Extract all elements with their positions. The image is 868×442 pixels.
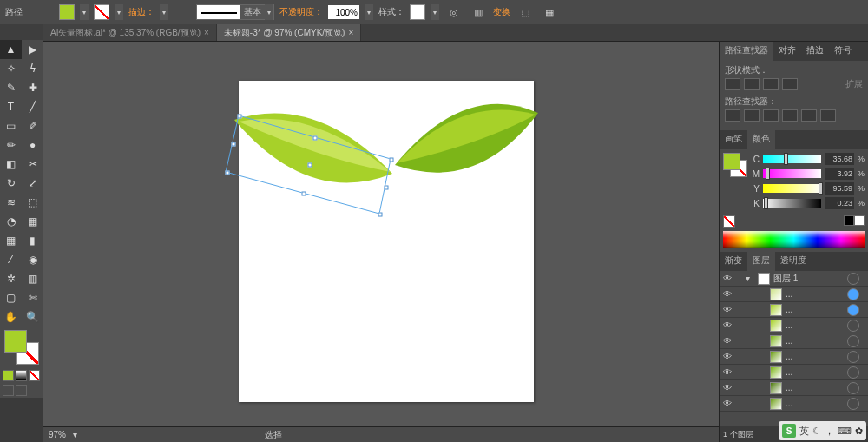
fill-color-swatch[interactable] — [59, 4, 75, 20]
layer-thumbnail[interactable] — [770, 351, 782, 363]
paintbrush-tool[interactable]: ✐ — [22, 116, 43, 135]
layer-thumbnail[interactable] — [770, 335, 782, 347]
channel-value[interactable]: 95.59 — [825, 182, 854, 195]
rectangle-tool[interactable]: ▭ — [0, 116, 22, 135]
width-tool[interactable]: ≋ — [0, 193, 22, 212]
target-icon[interactable] — [847, 288, 859, 300]
rotate-tool[interactable]: ↻ — [0, 174, 22, 193]
selection-handle[interactable] — [385, 186, 389, 190]
screen-mode-normal[interactable] — [3, 385, 14, 396]
eraser-tool[interactable]: ◧ — [0, 155, 22, 174]
selection-handle[interactable] — [308, 163, 312, 168]
gradient-mode-btn[interactable] — [16, 370, 27, 381]
close-icon[interactable]: × — [204, 28, 209, 37]
ime-comma-icon[interactable]: ， — [825, 425, 834, 438]
selection-handle[interactable] — [238, 115, 242, 119]
panel-tab[interactable]: 路径查找器 — [720, 42, 773, 61]
target-icon[interactable] — [847, 366, 859, 379]
magic-wand-tool[interactable]: ✧ — [0, 59, 22, 78]
opacity-input[interactable]: 100% — [328, 5, 359, 19]
type-tool[interactable]: T — [0, 97, 22, 116]
slider-thumb[interactable] — [764, 197, 768, 209]
layer-name[interactable]: 图层 1 — [773, 273, 844, 285]
symbol-sprayer-tool[interactable]: ✲ — [0, 269, 22, 288]
merge-icon[interactable] — [763, 109, 779, 122]
minus-back-icon[interactable] — [820, 109, 836, 122]
layer-name[interactable]: ... — [786, 336, 844, 346]
eyedropper-tool[interactable]: ⁄ — [0, 250, 22, 269]
hand-tool[interactable]: ✋ — [0, 307, 22, 327]
opacity-dropdown[interactable] — [365, 4, 373, 20]
blend-tool[interactable]: ◉ — [22, 250, 43, 269]
gradient-tab[interactable]: 渐变 — [720, 252, 747, 271]
channel-value[interactable]: 35.68 — [825, 153, 854, 165]
lasso-tool[interactable]: ϟ — [22, 59, 43, 78]
ime-settings-icon[interactable]: ✿ — [855, 426, 863, 437]
ime-moon-icon[interactable]: ☾ — [812, 426, 821, 437]
unite-icon[interactable] — [725, 78, 740, 90]
ime-bar[interactable]: S 英 ☾ ， ⌨ ✿ — [779, 421, 866, 440]
target-icon[interactable] — [847, 335, 859, 347]
layers-tab[interactable]: 图层 — [747, 252, 775, 271]
pencil-tool[interactable]: ✏ — [0, 135, 22, 155]
color-mode-btn[interactable] — [3, 370, 14, 381]
shape-builder-tool[interactable]: ◔ — [0, 212, 22, 231]
twirl-icon[interactable]: ▾ — [746, 274, 750, 283]
layer-name[interactable]: ... — [786, 289, 844, 299]
layer-row[interactable]: 👁... — [720, 287, 868, 302]
layer-thumbnail[interactable] — [770, 304, 782, 316]
visibility-icon[interactable]: 👁 — [720, 336, 735, 346]
fill-large-swatch[interactable] — [4, 330, 27, 353]
layer-row[interactable]: 👁... — [720, 365, 868, 380]
document-tab[interactable]: 未标题-3* @ 97% (CMYK/预览)× — [217, 24, 361, 41]
color-tab[interactable]: 颜色 — [747, 130, 775, 149]
color-slider[interactable] — [763, 184, 821, 193]
target-icon[interactable] — [847, 351, 859, 363]
expand-button[interactable]: 扩展 — [845, 78, 863, 90]
zoom-level[interactable]: 97% — [49, 430, 66, 439]
panel-tab[interactable]: 描边 — [801, 42, 829, 61]
layer-name[interactable]: ... — [786, 367, 844, 377]
arrange-icon[interactable]: ▦ — [540, 3, 559, 22]
align-icon[interactable]: ▥ — [469, 3, 488, 22]
mesh-tool[interactable]: ▦ — [0, 231, 22, 250]
none-swatch[interactable] — [723, 215, 735, 228]
transform-link[interactable]: 变换 — [493, 6, 510, 18]
layer-row[interactable]: 👁▾图层 1 — [720, 271, 868, 287]
transparency-tab[interactable]: 透明度 — [775, 252, 812, 271]
color-fill-swatch[interactable] — [723, 153, 740, 170]
layer-row[interactable]: 👁... — [720, 333, 868, 349]
isolate-icon[interactable]: ⬚ — [516, 3, 535, 22]
target-icon[interactable] — [847, 320, 859, 332]
selection-tool[interactable]: ▲ — [0, 40, 22, 59]
brush-dropdown-arrow[interactable] — [265, 4, 273, 20]
channel-value[interactable]: 0.23 — [825, 197, 854, 209]
target-icon[interactable] — [847, 382, 859, 394]
ime-mode[interactable]: 英 — [799, 425, 809, 438]
selection-handle[interactable] — [378, 213, 383, 217]
stroke-dropdown[interactable] — [115, 4, 123, 20]
visibility-icon[interactable]: 👁 — [720, 320, 735, 330]
target-icon[interactable] — [847, 304, 859, 316]
scale-tool[interactable]: ⤢ — [22, 174, 43, 193]
slider-thumb[interactable] — [784, 153, 788, 165]
crop-icon[interactable] — [782, 109, 798, 122]
selection-handle[interactable] — [313, 136, 318, 141]
stroke-weight-dropdown[interactable] — [160, 4, 168, 20]
pen-tool[interactable]: ✎ — [0, 78, 22, 97]
visibility-icon[interactable]: 👁 — [720, 383, 735, 393]
color-slider[interactable] — [763, 155, 821, 163]
minus-front-icon[interactable] — [744, 78, 760, 90]
opacity-label[interactable]: 不透明度： — [279, 6, 323, 18]
visibility-icon[interactable]: 👁 — [720, 399, 735, 408]
recolor-icon[interactable]: ◎ — [444, 3, 464, 22]
panel-tab[interactable]: 对齐 — [773, 42, 801, 61]
layer-name[interactable]: ... — [786, 320, 844, 330]
layer-thumbnail[interactable] — [770, 320, 782, 332]
outline-icon[interactable] — [801, 109, 817, 122]
scissors-tool[interactable]: ✂ — [22, 155, 43, 174]
layer-thumbnail[interactable] — [770, 288, 782, 300]
selection-handle[interactable] — [232, 142, 236, 147]
document-tab[interactable]: AI矢量图标.ai* @ 135.37% (RGB/预览)× — [43, 24, 217, 41]
slice-tool[interactable]: ✄ — [22, 288, 43, 307]
